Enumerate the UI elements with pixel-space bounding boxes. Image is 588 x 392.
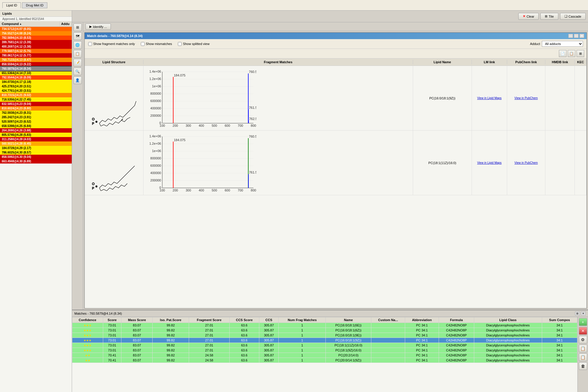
- user-icon-btn[interactable]: 👤: [74, 76, 82, 84]
- bottom-panel-title: Matches - 760.5879@4.14 (8.34): [74, 312, 122, 315]
- delete-btn[interactable]: 🗑: [579, 362, 587, 370]
- paste-btn[interactable]: 📋: [579, 353, 587, 361]
- table-icon-btn[interactable]: ⊞: [577, 50, 584, 57]
- compound-item[interactable]: 760.5879@4.14 (8.34): [0, 66, 72, 71]
- table-row[interactable]: ★★★73.0183.0799.8227.0163.6305.871PC(16:…: [72, 338, 577, 343]
- table-row[interactable]: ★★★73.0183.0799.8227.0163.6305.871PC(16:…: [72, 328, 577, 333]
- pubchem-link-cell[interactable]: View in PubChem: [507, 66, 545, 130]
- compound-item[interactable]: 810.6024@4.23 (8.80): [0, 106, 72, 111]
- ccs_score-cell: 63.6: [230, 353, 259, 358]
- tab-lipid-id[interactable]: Lipid ID: [2, 2, 21, 8]
- compound-item[interactable]: 805.5746@4.28 (5.83): [0, 133, 72, 137]
- compound-item[interactable]: 264.2690@4.26 (3.88): [0, 128, 72, 133]
- grid-icon-btn[interactable]: ⊞: [74, 24, 82, 31]
- tab-drug-met-id[interactable]: Drug Met ID: [22, 2, 47, 8]
- compound-col-header[interactable]: Compound ▲: [0, 21, 60, 26]
- compound-item[interactable]: 560.5021@4.28 (6.45): [0, 141, 72, 146]
- cascade-button[interactable]: ❑ Cascade: [560, 13, 586, 20]
- search-icon-btn[interactable]: 🔍: [74, 68, 82, 75]
- formula-cell: C42H82NO8P: [439, 328, 474, 333]
- remove-button[interactable]: ✕: [579, 327, 587, 335]
- compound-item[interactable]: 399.7681@4.12 (3.39): [0, 40, 72, 44]
- compound-item[interactable]: 792.5544@4.16 (8.09): [0, 75, 72, 80]
- svg-text:400000: 400000: [150, 171, 161, 175]
- table-row[interactable]: ★★★73.0183.0799.8227.0163.6305.871PC(18:…: [72, 348, 577, 353]
- show-fragment-checkbox[interactable]: Show fragment matches only: [88, 42, 135, 46]
- compound-item[interactable]: 663.4948@4.30 (6.89): [0, 159, 72, 164]
- matches-table: ConfidenceScoreMass ScoreIso. Pat.ScoreF…: [72, 317, 577, 363]
- compound-item[interactable]: 858.5594@4.13 (9.22): [0, 62, 72, 66]
- notes-icon-btn[interactable]: 📝: [74, 59, 82, 66]
- lm-link-cell[interactable]: View in Lipid Maps: [472, 66, 507, 130]
- compound-item[interactable]: 779.5607@4.12 (5.76): [0, 49, 72, 53]
- compound-item[interactable]: 651.5364@4.14 (7.10): [0, 71, 72, 75]
- compound-item[interactable]: 184.0728@4.29 (2.17): [0, 146, 72, 150]
- clipboard-icon-btn[interactable]: 📋: [74, 50, 82, 58]
- svg-text:500: 500: [212, 189, 217, 192]
- close-button[interactable]: ✕: [579, 34, 584, 38]
- table-row[interactable]: ★★70.4183.0799.8224.5863.6305.871PC(20:2…: [72, 353, 577, 358]
- match-options-bar: Show fragment matches only Show mismatch…: [85, 39, 587, 49]
- ccs_score-cell: 63.6: [230, 323, 259, 328]
- show-splitted-checkbox[interactable]: Show splitted view: [178, 42, 210, 46]
- compound-item[interactable]: 734.5712@4.07 (8.05): [0, 27, 72, 31]
- compound-item[interactable]: 810.7315@4.21 (9.02): [0, 93, 72, 97]
- export-icon-btn[interactable]: 📄: [559, 50, 567, 57]
- compound-item[interactable]: 400.2697@4.12 (3.38): [0, 44, 72, 49]
- compound-item[interactable]: 658.5398@4.25 (6.84): [0, 124, 72, 128]
- adduct-select[interactable]: All adducts: [542, 41, 583, 47]
- fragment-checkbox-input[interactable]: [88, 42, 92, 46]
- compound-item[interactable]: 760.7133@4.13 (8.47): [0, 58, 72, 62]
- right-panel: ✕ Clear ⊞ Tile ❑ Cascade ⊞ 🗺 🌐: [72, 11, 588, 392]
- splitted-checkbox-input[interactable]: [178, 42, 182, 46]
- iso_score-cell: 99.82: [153, 338, 189, 343]
- table-row[interactable]: ★★★73.0183.0799.8227.0163.6305.871PC(16:…: [72, 323, 577, 328]
- lm-link-cell[interactable]: View in Lipid Maps: [472, 131, 507, 195]
- lipid-structure-col: Lipid Structure: [85, 60, 143, 64]
- compound-item[interactable]: 184.0730@4.17 (2.18): [0, 80, 72, 84]
- match-window-title: Match details - 760.5879@4.14 (8.34): [87, 34, 143, 38]
- bottom-table-container[interactable]: ConfidenceScoreMass ScoreIso. Pat.ScoreF…: [72, 317, 577, 392]
- copy-icon-btn[interactable]: 📋: [568, 50, 575, 57]
- ccs-cell: 305.87: [259, 328, 279, 333]
- globe-icon-btn[interactable]: 🌐: [74, 41, 82, 49]
- copy-btn[interactable]: 📋: [579, 345, 587, 352]
- table-row[interactable]: ★★★73.0183.0799.8227.0163.6305.871PC(16:…: [72, 333, 577, 338]
- compound-item[interactable]: 786.6025@4.30 (8.57): [0, 150, 72, 155]
- compound-item[interactable]: 832.5851@4.23 (9.04): [0, 102, 72, 106]
- maximize-button[interactable]: □: [574, 34, 579, 38]
- pubchem-link-cell[interactable]: View in PubChem: [507, 131, 545, 195]
- sum_comp-cell: 34:1: [542, 343, 577, 348]
- settings-button[interactable]: ⚙: [579, 336, 587, 343]
- confidence-cell: ★★★: [72, 348, 103, 353]
- bottom-expand-btn[interactable]: ⊞: [575, 311, 580, 316]
- table-row[interactable]: ★★★73.0183.0799.8227.0163.6305.871PC(18:…: [72, 343, 577, 348]
- show-mismatches-checkbox[interactable]: Show mismatches: [141, 42, 172, 46]
- compound-item[interactable]: 285.2427@4.23 (3.91): [0, 115, 72, 119]
- adduct-col-header[interactable]: Addu: [60, 21, 72, 26]
- compound-item[interactable]: 756.5527@4.08 (8.24): [0, 31, 72, 36]
- compound-item[interactable]: 780.0617@4.12 (5.77): [0, 53, 72, 58]
- compound-item[interactable]: 762.5938@4.23 (8.31): [0, 111, 72, 115]
- map-icon-btn[interactable]: 🗺: [74, 32, 82, 40]
- minimize-button[interactable]: ─: [568, 34, 573, 38]
- compound-item[interactable]: 718.5356@4.22 (7.45): [0, 97, 72, 102]
- lm-link-col: LM link: [472, 60, 507, 64]
- identify-button[interactable]: ▶ Identify ...: [86, 24, 111, 30]
- bottom-close-btn[interactable]: ✕: [581, 311, 586, 316]
- add-button[interactable]: +: [579, 318, 587, 326]
- svg-point-37: [96, 186, 97, 187]
- lipid_class-cell: Diacylglycerophosphocholines: [474, 358, 542, 363]
- table-row[interactable]: ★★70.4183.0799.8224.5863.6305.871PC(20:0…: [72, 358, 577, 363]
- tile-button[interactable]: ⊞ Tile: [540, 13, 558, 20]
- compound-list[interactable]: 734.5712@4.07 (8.05)756.5527@4.08 (8.24)…: [0, 27, 72, 392]
- compound-item[interactable]: 858.5992@4.30 (9.04): [0, 155, 72, 159]
- mismatches-checkbox-input[interactable]: [141, 42, 145, 46]
- compound-item[interactable]: 424.7761@4.20 (3.51): [0, 89, 72, 93]
- clear-button[interactable]: ✕ Clear: [518, 13, 539, 20]
- compound-item[interactable]: 520.5097@4.23 (6.52): [0, 119, 72, 124]
- svg-text:P: P: [92, 186, 94, 190]
- compound-item[interactable]: 782.5694@4.10 (8.53): [0, 36, 72, 40]
- compound-item[interactable]: 311.2580@4.28 (4.03): [0, 137, 72, 141]
- compound-item[interactable]: 425.2783@4.20 (3.51): [0, 84, 72, 89]
